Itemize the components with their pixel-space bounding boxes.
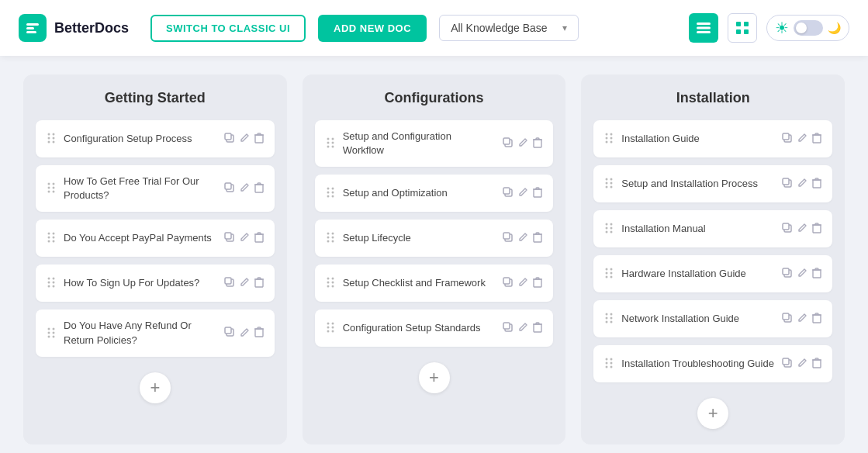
delete-icon[interactable]: [254, 277, 264, 290]
copy-icon[interactable]: [224, 277, 235, 290]
copy-icon[interactable]: [503, 232, 514, 245]
delete-icon[interactable]: [812, 313, 821, 326]
svg-point-91: [331, 278, 334, 280]
copy-icon[interactable]: [224, 182, 235, 195]
svg-rect-148: [813, 270, 821, 278]
delete-icon[interactable]: [812, 133, 821, 146]
edit-icon[interactable]: [518, 137, 528, 150]
edit-icon[interactable]: [240, 277, 250, 289]
edit-icon[interactable]: [797, 223, 807, 235]
copy-icon[interactable]: [782, 313, 793, 326]
svg-point-152: [606, 317, 608, 320]
delete-icon[interactable]: [533, 322, 542, 335]
add-item-button-installation[interactable]: +: [697, 398, 728, 429]
doc-title: Installation Troubleshooting Guide: [621, 357, 774, 371]
list-view-button[interactable]: [689, 13, 718, 43]
edit-icon[interactable]: [797, 313, 807, 325]
svg-point-135: [610, 231, 613, 233]
delete-icon[interactable]: [254, 182, 264, 195]
copy-icon[interactable]: [224, 327, 235, 340]
svg-rect-48: [255, 279, 263, 287]
svg-point-61: [331, 138, 334, 140]
delete-icon[interactable]: [812, 178, 821, 191]
copy-icon[interactable]: [782, 268, 793, 281]
theme-toggle[interactable]: ☀ 🌙: [766, 15, 849, 41]
copy-icon[interactable]: [224, 133, 235, 146]
knowledge-base-selector[interactable]: All Knowledge Base ▾: [439, 15, 579, 41]
drag-handle-icon[interactable]: [326, 277, 335, 289]
svg-point-62: [327, 142, 329, 144]
copy-icon[interactable]: [224, 232, 235, 245]
copy-icon[interactable]: [503, 187, 514, 200]
delete-icon[interactable]: [533, 187, 542, 200]
svg-point-161: [610, 358, 613, 361]
delete-icon[interactable]: [533, 137, 542, 150]
drag-handle-icon[interactable]: [604, 133, 614, 145]
svg-rect-97: [503, 278, 510, 284]
drag-handle-icon[interactable]: [326, 187, 335, 199]
delete-icon[interactable]: [533, 277, 542, 290]
list-item: Hardware Installation Guide: [593, 255, 832, 292]
edit-icon[interactable]: [518, 322, 528, 334]
copy-icon[interactable]: [503, 322, 514, 335]
edit-icon[interactable]: [518, 277, 528, 289]
svg-point-162: [606, 362, 608, 365]
edit-icon[interactable]: [518, 232, 528, 244]
drag-handle-icon[interactable]: [47, 232, 56, 244]
drag-handle-icon[interactable]: [326, 232, 335, 244]
delete-icon[interactable]: [812, 358, 821, 371]
header-right-controls: ☀ 🌙: [689, 13, 849, 43]
svg-rect-138: [813, 225, 821, 233]
edit-icon[interactable]: [797, 358, 807, 370]
svg-point-43: [53, 282, 55, 284]
copy-icon[interactable]: [503, 277, 514, 290]
drag-handle-icon[interactable]: [604, 313, 614, 325]
drag-handle-icon[interactable]: [604, 223, 614, 235]
delete-icon[interactable]: [812, 268, 821, 281]
grid-view-button[interactable]: [728, 13, 757, 43]
add-item-button-getting-started[interactable]: +: [140, 372, 171, 403]
edit-icon[interactable]: [240, 182, 250, 195]
drag-handle-icon[interactable]: [326, 322, 335, 334]
svg-point-115: [610, 141, 613, 144]
copy-icon[interactable]: [503, 137, 514, 150]
doc-actions: [503, 187, 542, 200]
delete-icon[interactable]: [254, 133, 264, 146]
edit-icon[interactable]: [797, 268, 807, 280]
svg-point-132: [606, 227, 608, 230]
svg-rect-28: [255, 185, 263, 192]
edit-icon[interactable]: [240, 232, 250, 244]
delete-icon[interactable]: [254, 327, 264, 340]
copy-icon[interactable]: [782, 133, 793, 146]
drag-handle-icon[interactable]: [47, 182, 56, 195]
edit-icon[interactable]: [797, 133, 807, 145]
edit-icon[interactable]: [240, 133, 250, 145]
copy-icon[interactable]: [782, 358, 793, 371]
copy-icon[interactable]: [782, 178, 793, 191]
drag-handle-icon[interactable]: [604, 178, 614, 190]
edit-icon[interactable]: [518, 187, 528, 199]
svg-rect-17: [225, 133, 231, 140]
drag-handle-icon[interactable]: [47, 327, 56, 340]
svg-point-130: [606, 223, 608, 226]
drag-handle-icon[interactable]: [47, 133, 56, 145]
svg-point-81: [331, 233, 334, 235]
drag-handle-icon[interactable]: [604, 358, 614, 370]
switch-to-classic-button[interactable]: SWITCH TO CLASSIC UI: [150, 15, 306, 42]
doc-actions: [782, 178, 821, 191]
svg-rect-58: [255, 329, 263, 337]
drag-handle-icon[interactable]: [604, 268, 614, 280]
delete-icon[interactable]: [533, 232, 542, 245]
edit-icon[interactable]: [240, 327, 250, 340]
edit-icon[interactable]: [797, 178, 807, 190]
copy-icon[interactable]: [782, 223, 793, 236]
toggle-track[interactable]: [794, 20, 823, 36]
drag-handle-icon[interactable]: [326, 137, 335, 150]
add-new-doc-button[interactable]: ADD NEW DOC: [318, 15, 427, 42]
svg-rect-107: [503, 323, 510, 329]
delete-icon[interactable]: [254, 232, 264, 245]
add-item-button-configurations[interactable]: +: [419, 362, 450, 393]
delete-icon[interactable]: [812, 223, 821, 236]
list-item: Configuration Setup Standards: [315, 309, 554, 347]
drag-handle-icon[interactable]: [47, 277, 56, 289]
